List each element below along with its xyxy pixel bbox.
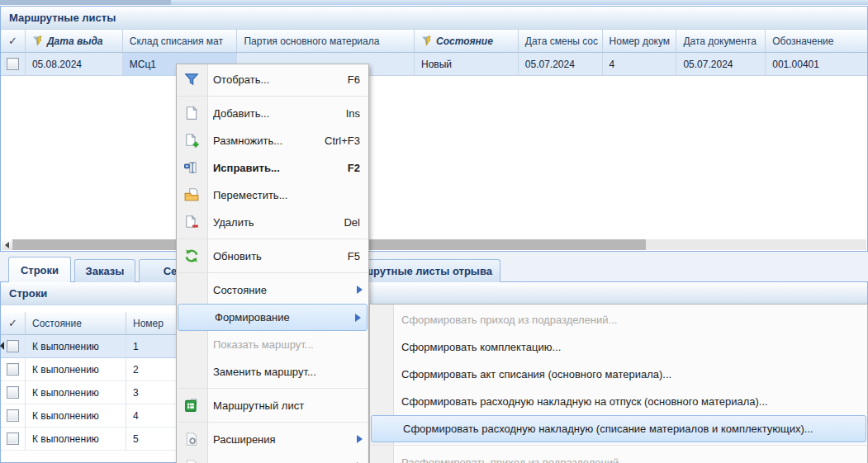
row-checkbox[interactable]	[7, 58, 19, 70]
menu-item-razmnozhit[interactable]: Размножить... Ctrl+F3	[177, 127, 368, 154]
menu-item-marshrutnyj-list[interactable]: Маршрутный лист	[177, 392, 368, 419]
menu-separator	[177, 419, 368, 426]
column-header-doc-number[interactable]: Номер докум	[603, 30, 677, 52]
column-header-line-state[interactable]: Состояние	[26, 312, 126, 334]
column-header-state-change-date[interactable]: Дата смены сос	[519, 30, 603, 52]
menu-item-shortcut: Ins	[346, 107, 360, 120]
column-header-batch[interactable]: Партия основного материала	[237, 30, 415, 52]
menu-item-sostoyanie[interactable]: Состояние	[177, 276, 368, 304]
column-header-state[interactable]: Состояние	[415, 30, 519, 52]
cell-designation[interactable]: 001.00401	[766, 53, 867, 76]
menu-item-obnovit[interactable]: Обновить F5	[177, 243, 368, 270]
route-sheets-grid-header: ✓ Дата выда Склад списания мат Партия ос…	[1, 30, 867, 53]
menu-item-label: Состояние	[213, 284, 368, 296]
route-sheet-row[interactable]: 05.08.2024 МСц1 Новый 05.07.2024 4 05.07…	[1, 53, 867, 76]
application-screen: Маршрутные листы ✓ Дата выда Склад списа…	[0, 0, 868, 463]
menu-separator	[177, 236, 368, 243]
cell-line-state[interactable]: К выполнению	[26, 428, 126, 451]
cell-doc-number[interactable]: 4	[603, 53, 677, 76]
submenu-item-sformirovat-prihod: Сформировать приход из подразделений...	[370, 306, 867, 333]
column-header-issue-date[interactable]: Дата выда	[26, 30, 123, 52]
column-header-label: Дата документа	[683, 35, 756, 47]
menu-item-udalit[interactable]: Удалить Del	[177, 209, 368, 236]
menu-item-label: Исправить...	[213, 162, 348, 174]
submenu-item-sformirovat-akt-spisaniya[interactable]: Сформировать акт списания (основного мат…	[370, 361, 867, 388]
refresh-icon	[184, 248, 199, 263]
column-header-label: Дата выда	[47, 35, 103, 47]
row-checkbox-cell[interactable]	[1, 404, 26, 428]
column-header-label: Номер докум	[609, 35, 670, 47]
column-header-label: Номер	[133, 318, 164, 329]
submenu-arrow-icon	[357, 435, 363, 443]
menu-item-label: Отобрать...	[213, 73, 348, 86]
row-checkbox[interactable]	[7, 363, 19, 376]
cell-line-state[interactable]: К выполнению	[26, 404, 126, 428]
menu-item-rasshireniya[interactable]: Расширения	[177, 426, 368, 453]
menu-item-shortcut: Del	[344, 216, 360, 229]
menu-item-label: Формирование	[215, 311, 367, 324]
extensions-gear-icon	[184, 432, 199, 446]
menu-item-shortcut: F6	[348, 73, 360, 86]
horizontal-scrollbar[interactable]	[2, 239, 866, 250]
column-header-label: Состояние	[32, 318, 82, 329]
menu-item-peremestit[interactable]: Переместить...	[177, 182, 368, 209]
menu-item-formirovanie[interactable]: Формирование	[178, 304, 368, 331]
current-row-indicator-icon	[0, 342, 4, 350]
cell-line-state[interactable]: К выполнению	[26, 335, 126, 358]
links-document-icon	[184, 459, 199, 463]
row-checkbox-cell[interactable]	[1, 335, 26, 358]
filter-lightning-icon	[421, 35, 433, 47]
submenu-arrow-icon	[357, 286, 363, 294]
tab-stroki[interactable]: Строки	[8, 257, 71, 282]
submenu-item-rasformirovat-prihod: Расформировать приход из подразделений..…	[370, 449, 867, 463]
column-header-doc-date[interactable]: Дата документа	[676, 30, 766, 52]
delete-document-icon	[184, 215, 199, 229]
row-checkbox[interactable]	[7, 432, 19, 445]
cell-issue-date[interactable]: 05.08.2024	[26, 53, 123, 76]
route-sheets-panel: Маршрутные листы ✓ Дата выда Склад списа…	[0, 6, 868, 252]
row-checkbox[interactable]	[7, 386, 19, 399]
menu-item-shortcut: Ctrl+F3	[325, 135, 360, 147]
route-sheets-panel-title: Маршрутные листы	[1, 7, 867, 30]
column-header-designation[interactable]: Обозначение	[766, 30, 867, 52]
row-checkbox-cell[interactable]	[1, 381, 26, 404]
column-header-label: Обозначение	[772, 35, 833, 47]
cell-doc-date[interactable]: 05.07.2024	[676, 53, 766, 76]
column-header-check[interactable]: ✓	[1, 312, 26, 334]
filter-lightning-icon	[32, 35, 44, 47]
column-header-label: Дата смены сос	[525, 35, 598, 47]
tab-zakazy[interactable]: Заказы	[74, 259, 135, 282]
menu-separator	[177, 270, 368, 276]
row-checkbox-cell[interactable]	[1, 53, 26, 76]
column-header-warehouse[interactable]: Склад списания мат	[123, 30, 238, 52]
submenu-item-sformirovat-komplektaciyu[interactable]: Сформировать комплектацию...	[370, 333, 867, 361]
scroll-left-button[interactable]	[2, 239, 13, 250]
row-checkbox-cell[interactable]	[1, 358, 26, 381]
menu-item-label: Маршрутный лист	[213, 399, 368, 412]
menu-separator	[177, 385, 368, 392]
row-checkbox-cell[interactable]	[1, 428, 26, 451]
row-checkbox[interactable]	[7, 340, 19, 352]
row-checkbox[interactable]	[7, 409, 19, 422]
menu-item-label: Показать маршрут...	[213, 338, 368, 351]
menu-item-svyazi[interactable]: Связи	[177, 453, 368, 463]
submenu-item-sformirovat-rashodnuyu-otpusk[interactable]: Сформировать расходную накладную на отпу…	[370, 388, 867, 415]
menu-item-zamenit-marshrut[interactable]: Заменить маршрут...	[177, 358, 368, 385]
menu-item-ispravit[interactable]: Исправить... F2	[177, 154, 368, 182]
cell-line-state[interactable]: К выполнению	[26, 358, 126, 381]
cell-line-state[interactable]: К выполнению	[26, 381, 126, 404]
submenu-item-sformirovat-rashodnuyu-spisanie[interactable]: Сформировать расходную накладную (списан…	[371, 415, 866, 442]
route-sheet-icon	[184, 398, 199, 413]
cell-state-change-date[interactable]: 05.07.2024	[519, 53, 603, 76]
column-header-label: Партия основного материала	[244, 35, 379, 47]
menu-item-label: Размножить...	[213, 135, 325, 147]
menu-item-shortcut: F5	[348, 250, 360, 262]
cell-state[interactable]: Новый	[415, 53, 519, 76]
menu-item-otobrat[interactable]: Отобрать... F6	[177, 66, 368, 93]
menu-item-dobavit[interactable]: Добавить... Ins	[177, 100, 368, 127]
menu-item-label: Добавить...	[213, 107, 346, 120]
menu-item-label: Обновить	[213, 250, 348, 262]
top-edge-strip	[0, 0, 868, 6]
column-header-check[interactable]: ✓	[1, 30, 26, 52]
menu-item-label: Сформировать комплектацию...	[401, 341, 867, 353]
